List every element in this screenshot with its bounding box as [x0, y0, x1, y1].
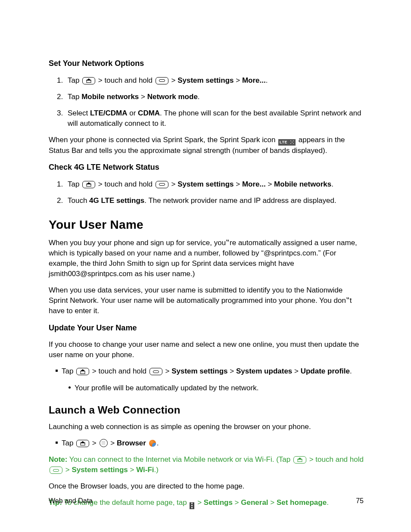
label-mobile-networks: Mobile networks: [81, 93, 139, 101]
text: Tap: [68, 93, 81, 101]
text: You can connect to the Internet via Mobi…: [67, 455, 293, 464]
heading-check-4g-lte: Check 4G LTE Network Status: [49, 162, 364, 173]
text: > touch and hold: [96, 76, 155, 84]
label-system-settings: System settings: [171, 367, 227, 375]
label-system-settings: System settings: [177, 180, 234, 188]
list-item: Tap > touch and hold > System settings >…: [65, 75, 364, 86]
text: >: [169, 76, 177, 84]
label-update-profile: Update profile: [301, 367, 350, 375]
heading-your-user-name: Your User Name: [49, 216, 364, 233]
text: Touch: [68, 196, 89, 205]
text: >: [292, 367, 300, 375]
label-wifi: Wi-Fi: [136, 466, 154, 474]
heading-set-network-options: Set Your Network Options: [49, 58, 364, 69]
label-browser: Browser: [117, 439, 146, 447]
text: Tap: [62, 439, 75, 447]
text: > touch and hold: [90, 367, 149, 375]
text: > touch and hold: [307, 455, 364, 464]
text: . The network provider name and IP addre…: [144, 196, 336, 205]
note-label: Note:: [49, 455, 67, 464]
page-footer: Web and Data 75: [49, 496, 364, 506]
list-item: Tap > touch and hold > System settings >…: [62, 366, 364, 393]
paragraph-spark: When your phone is connected via Sprint …: [49, 135, 364, 156]
footer-section-title: Web and Data: [49, 496, 93, 506]
list-item: Tap > > Browser .: [62, 438, 364, 448]
home-icon: [76, 368, 89, 375]
text: .: [198, 93, 200, 101]
label-system-settings: System settings: [72, 466, 128, 474]
text: Select: [68, 109, 90, 117]
text: >: [139, 93, 147, 101]
text: .: [266, 76, 268, 84]
text: >: [266, 180, 274, 188]
text: >: [63, 466, 72, 474]
label-4g-lte-settings: 4G LTE settings: [89, 196, 144, 205]
paragraph: If you choose to change your user name a…: [49, 339, 364, 360]
list-update-user: Tap > touch and hold > System settings >…: [49, 366, 364, 393]
list-item: Your profile will be automatically updat…: [75, 383, 364, 393]
recent-apps-icon: [50, 467, 62, 474]
text: .: [331, 180, 333, 188]
label-system-updates: System updates: [236, 367, 292, 375]
list-item: Tap > touch and hold > System settings >…: [65, 179, 364, 190]
home-icon: [293, 456, 306, 464]
text: > touch and hold: [96, 180, 155, 188]
label-network-mode: Network mode: [147, 93, 198, 101]
recent-apps-icon: [156, 181, 168, 188]
home-icon: [76, 440, 89, 447]
text: >: [228, 367, 236, 375]
recent-apps-icon: [156, 77, 168, 84]
paragraph: When you buy your phone and sign up for …: [49, 238, 364, 280]
text: Tap: [68, 180, 81, 188]
text: When your phone is connected via Sprint …: [49, 136, 277, 144]
list-item: Touch 4G LTE settings. The network provi…: [65, 196, 364, 206]
text: [146, 439, 148, 447]
text: Tap: [62, 367, 75, 375]
home-icon: [82, 77, 95, 84]
footer-page-number: 75: [356, 496, 364, 506]
text: >: [109, 439, 117, 447]
sublist: Your profile will be automatically updat…: [62, 383, 364, 393]
apps-icon: [100, 439, 108, 447]
recent-apps-icon: [149, 368, 162, 375]
list-set-network: Tap > touch and hold > System settings >…: [49, 75, 364, 129]
heading-launch-web-connection: Launch a Web Connection: [49, 403, 364, 417]
label-cdma: CDMA: [138, 109, 160, 117]
heading-update-user-name: Update Your User Name: [49, 323, 364, 334]
text: .): [154, 466, 159, 474]
note-paragraph: Note: You can connect to the Internet vi…: [49, 454, 364, 475]
paragraph: Launching a web connection is as simple …: [49, 422, 364, 432]
label-lte-cdma: LTE/CDMA: [90, 109, 128, 117]
text: >: [128, 466, 136, 474]
label-mobile-networks: Mobile networks: [274, 180, 331, 188]
text: >: [163, 367, 171, 375]
text: >: [234, 76, 242, 84]
text: >: [169, 180, 177, 188]
paragraph: When you use data services, your user na…: [49, 285, 364, 316]
paragraph: Once the Browser loads, you are directed…: [49, 481, 364, 492]
label-more: More...: [242, 180, 266, 188]
browser-globe-icon: [149, 440, 156, 447]
list-item: Tap Mobile networks > Network mode.: [65, 92, 364, 102]
home-icon: [82, 181, 95, 188]
label-system-settings: System settings: [177, 76, 234, 84]
list-item: Select LTE/CDMA or CDMA. The phone will …: [65, 108, 364, 129]
text: Tap: [68, 76, 81, 84]
text: >: [90, 439, 98, 447]
label-more: More...: [242, 76, 266, 84]
lte-spark-icon: LTE: [278, 139, 296, 146]
text: .: [157, 439, 159, 447]
text: or: [128, 109, 138, 117]
text: .: [350, 367, 352, 375]
text: >: [234, 180, 242, 188]
list-launch: Tap > > Browser .: [49, 438, 364, 448]
list-check-lte: Tap > touch and hold > System settings >…: [49, 179, 364, 206]
